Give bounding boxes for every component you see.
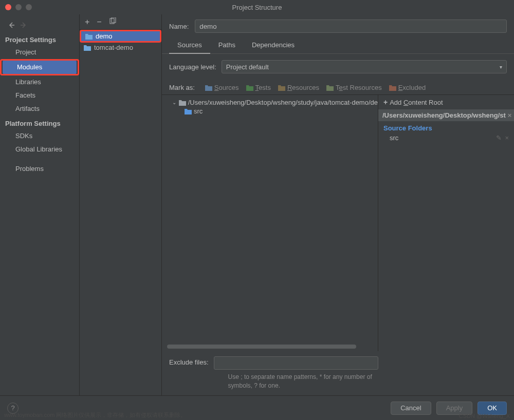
tree-column: ⌄ /Users/xuweisheng/Desktop/wsheng/study…	[162, 95, 378, 351]
sidebar: Project Settings Project Modules Librari…	[0, 14, 80, 395]
module-toolbar: + −	[80, 14, 161, 30]
watermark-right: CSDN @Wsheng_X	[459, 413, 510, 419]
tree-root[interactable]: ⌄ /Users/xuweisheng/Desktop/wsheng/study…	[167, 98, 378, 107]
source-folder-item[interactable]: src ✎ ×	[378, 133, 514, 143]
add-module-icon[interactable]: +	[85, 18, 89, 26]
tab-dependencies[interactable]: Dependencies	[244, 38, 303, 53]
main-panel: Name: Sources Paths Dependencies Languag…	[162, 14, 514, 395]
module-item-demo[interactable]: demo	[81, 31, 160, 41]
sidebar-item-facets[interactable]: Facets	[0, 89, 79, 102]
folder-icon	[84, 45, 91, 51]
exclude-hint: Use ; to separate name patterns, * for a…	[214, 370, 389, 390]
remove-module-icon[interactable]: −	[97, 18, 101, 26]
tree-item-src[interactable]: src	[167, 107, 378, 116]
folder-icon	[205, 85, 212, 91]
module-column: + − demo tomcat-demo	[80, 14, 162, 395]
name-input[interactable]	[195, 20, 507, 33]
exclude-input[interactable]	[214, 356, 378, 370]
sidebar-item-project[interactable]: Project	[0, 46, 79, 59]
tab-sources[interactable]: Sources	[169, 38, 210, 54]
source-folder-name: src	[390, 134, 398, 142]
folder-icon	[278, 85, 285, 91]
mark-test-resources-button[interactable]: Test Resources	[326, 84, 382, 91]
tree-root-path: /Users/xuweisheng/Desktop/wsheng/study/j…	[188, 99, 378, 106]
remove-icon[interactable]: ×	[505, 134, 509, 142]
content-row: ⌄ /Users/xuweisheng/Desktop/wsheng/study…	[162, 95, 514, 351]
name-row: Name:	[162, 14, 514, 38]
highlight-modules: Modules	[0, 59, 79, 75]
language-level-label: Language level:	[169, 63, 216, 71]
plus-icon: +	[383, 98, 388, 106]
body: Project Settings Project Modules Librari…	[0, 14, 514, 395]
highlight-demo-module: demo	[80, 30, 161, 43]
window-controls	[0, 4, 32, 10]
content-root-panel: + Add Content Root /Users/xuweisheng/Des…	[378, 95, 514, 351]
mark-tests-button[interactable]: Tests	[246, 84, 271, 91]
language-level-value: Project default	[226, 63, 269, 71]
folder-icon	[185, 108, 192, 114]
remove-content-root-icon[interactable]: ×	[506, 111, 512, 119]
content-root-path[interactable]: /Users/xuweisheng/Desktop/wsheng/st ×	[378, 109, 514, 121]
maximize-window-button[interactable]	[26, 4, 32, 10]
cancel-button[interactable]: Cancel	[391, 402, 431, 415]
folder-icon	[389, 85, 396, 91]
folder-icon	[179, 100, 186, 106]
module-item-tomcat-demo[interactable]: tomcat-demo	[80, 43, 161, 52]
source-folder-actions: ✎ ×	[496, 134, 509, 142]
sidebar-item-sdks[interactable]: SDKs	[0, 129, 79, 143]
content-root-path-text: /Users/xuweisheng/Desktop/wsheng/st	[382, 111, 506, 119]
folder-icon	[246, 85, 253, 91]
exclude-label: Exclude files:	[169, 356, 209, 366]
sidebar-item-problems[interactable]: Problems	[0, 162, 79, 176]
mark-as-label: Mark as:	[169, 84, 195, 91]
nav-buttons	[0, 18, 79, 32]
language-level-select[interactable]: Project default ▾	[222, 60, 507, 73]
watermark-left: www.toymoban.com 网络图片仅供展示，非存储，如有侵权请联系删除。	[4, 411, 186, 419]
back-icon[interactable]	[7, 21, 15, 29]
source-folders-header: Source Folders	[378, 121, 514, 133]
mark-sources-button[interactable]: Sources	[205, 84, 239, 91]
name-label: Name:	[169, 23, 189, 30]
titlebar: Project Structure	[0, 0, 514, 14]
tabs: Sources Paths Dependencies	[162, 38, 514, 54]
folder-icon	[326, 85, 334, 91]
sidebar-item-global-libraries[interactable]: Global Libraries	[0, 143, 79, 156]
sidebar-item-libraries[interactable]: Libraries	[0, 75, 79, 89]
close-window-button[interactable]	[5, 4, 11, 10]
module-label: tomcat-demo	[94, 44, 133, 51]
tree-scrollbar[interactable]	[167, 344, 373, 349]
minimize-window-button[interactable]	[15, 4, 22, 10]
folder-icon	[85, 33, 93, 40]
language-level-row: Language level: Project default ▾	[162, 54, 514, 80]
project-settings-header: Project Settings	[0, 32, 79, 46]
exclude-row: Exclude files: Use ; to separate name pa…	[162, 351, 514, 395]
edit-icon[interactable]: ✎	[496, 134, 502, 142]
chevron-down-icon: ▾	[500, 64, 502, 70]
mark-excluded-button[interactable]: Excluded	[389, 84, 426, 91]
module-list: demo tomcat-demo	[80, 30, 161, 395]
tree-item-label: src	[194, 107, 203, 115]
sidebar-item-modules[interactable]: Modules	[3, 61, 77, 74]
mark-as-row: Mark as: Sources Tests Resources Test Re…	[162, 80, 514, 95]
expander-icon[interactable]: ⌄	[172, 100, 177, 105]
window-title: Project Structure	[232, 4, 282, 11]
add-content-root-button[interactable]: + Add Content Root	[378, 95, 514, 109]
copy-module-icon[interactable]	[109, 17, 116, 26]
mark-resources-button[interactable]: Resources	[278, 84, 319, 91]
sidebar-item-artifacts[interactable]: Artifacts	[0, 102, 79, 116]
scrollbar-thumb[interactable]	[167, 345, 356, 349]
tab-paths[interactable]: Paths	[210, 38, 244, 53]
platform-settings-header: Platform Settings	[0, 116, 79, 129]
forward-icon	[20, 21, 28, 29]
module-label: demo	[96, 32, 113, 40]
